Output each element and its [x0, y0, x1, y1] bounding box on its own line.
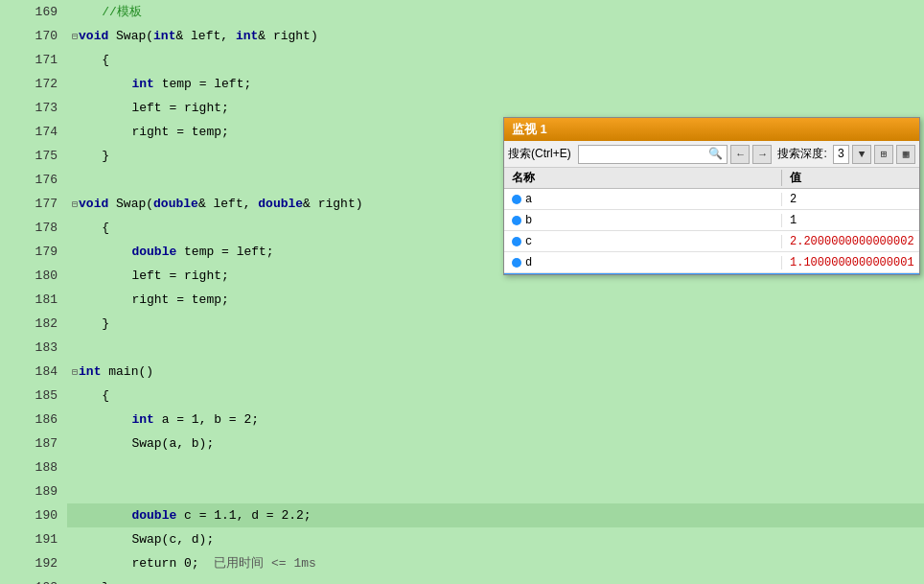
back-btn[interactable]: ←	[730, 145, 750, 164]
code-line: 172 int temp = left;	[0, 72, 924, 96]
line-number: 170	[0, 24, 67, 48]
line-number: 184	[0, 360, 67, 384]
line-number: 176	[0, 168, 67, 192]
code-line: 192 return 0; 已用时间 <= 1ms	[0, 551, 924, 575]
line-number: 191	[0, 527, 67, 551]
line-number: 185	[0, 384, 67, 408]
watch-variable-value: 2	[782, 193, 797, 206]
forward-btn[interactable]: →	[752, 145, 772, 164]
line-content: }	[67, 575, 924, 584]
watch-row[interactable]: b1	[504, 210, 919, 231]
line-content: int a = 1, b = 2;	[67, 408, 924, 432]
code-line: 183	[0, 336, 924, 360]
line-number: 169	[0, 0, 67, 24]
watch-add-row[interactable]: 添加要监视的项	[504, 273, 919, 274]
code-line: 170⊟void Swap(int& left, int& right)	[0, 24, 924, 48]
line-number: 190	[0, 503, 67, 527]
watch-row[interactable]: d1.1000000000000001	[504, 252, 919, 273]
watch-variable-name: a	[525, 193, 532, 206]
line-content: {	[67, 384, 924, 408]
watch-variable-value: 1	[782, 214, 797, 227]
code-line: 186 int a = 1, b = 2;	[0, 408, 924, 432]
watch-dot-icon	[512, 258, 521, 268]
watch-row-name-cell: a	[504, 193, 782, 206]
watch-variable-value: 2.2000000000000002	[782, 235, 914, 248]
line-number: 193	[0, 575, 67, 584]
watch-title: 监视 1	[512, 121, 547, 138]
line-number: 180	[0, 264, 67, 288]
line-content	[67, 336, 924, 360]
line-content: int temp = left;	[67, 72, 924, 96]
watch-dot-icon	[512, 237, 521, 246]
search-box[interactable]: 🔍	[578, 145, 728, 164]
line-number: 175	[0, 144, 67, 168]
line-number: 192	[0, 551, 67, 575]
line-number: 182	[0, 312, 67, 336]
code-editor: 169 //模板170⊟void Swap(int& left, int& ri…	[0, 0, 924, 584]
line-content	[67, 456, 924, 479]
code-line: 189	[0, 479, 924, 503]
col-name-header: 名称	[504, 170, 782, 186]
line-number: 187	[0, 432, 67, 456]
code-line: 188	[0, 456, 924, 479]
code-line: 184⊟int main()	[0, 360, 924, 384]
line-number: 189	[0, 479, 67, 503]
line-number: 173	[0, 96, 67, 120]
line-content: right = temp;	[67, 288, 924, 312]
watch-row[interactable]: a2	[504, 189, 919, 210]
col-value-header: 值	[782, 170, 801, 186]
depth-down-btn[interactable]: ▼	[852, 145, 871, 164]
code-line: 185 {	[0, 384, 924, 408]
watch-variable-value: 1.1000000000000001	[782, 256, 914, 269]
watch-toolbar: 搜索(Ctrl+E) 🔍 ← → 搜索深度: 3 ▼ ⊞ ▦	[504, 141, 919, 168]
line-number: 179	[0, 240, 67, 264]
watch-variable-name: c	[525, 235, 532, 248]
line-content: return 0; 已用时间 <= 1ms	[67, 551, 924, 575]
line-content: //模板	[67, 0, 924, 24]
watch-row-name-cell: c	[504, 235, 782, 248]
line-number: 177	[0, 192, 67, 216]
code-line: 191 Swap(c, d);	[0, 527, 924, 551]
code-line: 193 }	[0, 575, 924, 584]
line-number: 188	[0, 456, 67, 479]
line-number: 171	[0, 48, 67, 72]
line-content: double c = 1.1, d = 2.2;	[67, 503, 924, 527]
code-line: 187 Swap(a, b);	[0, 432, 924, 456]
watch-dot-icon	[512, 195, 521, 204]
search-input[interactable]	[583, 148, 709, 161]
watch-row-name-cell: d	[504, 256, 782, 269]
watch-title-bar: 监视 1	[504, 118, 919, 141]
watch-variable-name: d	[525, 256, 532, 269]
icon-btn-1[interactable]: ⊞	[874, 145, 893, 164]
watch-columns: 名称 值	[504, 168, 919, 189]
watch-variable-name: b	[525, 214, 532, 227]
line-number: 178	[0, 216, 67, 240]
search-icon: 🔍	[708, 147, 723, 161]
line-content: {	[67, 48, 924, 72]
code-line: 171 {	[0, 48, 924, 72]
code-lines: 169 //模板170⊟void Swap(int& left, int& ri…	[0, 0, 924, 584]
line-content: ⊟void Swap(int& left, int& right)	[67, 24, 924, 48]
line-content: Swap(a, b);	[67, 432, 924, 456]
search-label: 搜索(Ctrl+E)	[508, 146, 571, 162]
code-line: 181 right = temp;	[0, 288, 924, 312]
line-number: 186	[0, 408, 67, 432]
line-content: Swap(c, d);	[67, 527, 924, 551]
line-content: ⊟int main()	[67, 360, 924, 384]
line-number: 174	[0, 120, 67, 144]
code-line: 182 }	[0, 312, 924, 336]
line-number: 172	[0, 72, 67, 96]
watch-rows: a2b1c2.2000000000000002d1.10000000000000…	[504, 189, 919, 274]
line-number: 181	[0, 288, 67, 312]
depth-value: 3	[833, 145, 849, 164]
code-line: 169 //模板	[0, 0, 924, 24]
icon-btn-2[interactable]: ▦	[896, 145, 915, 164]
watch-window[interactable]: 监视 1 搜索(Ctrl+E) 🔍 ← → 搜索深度: 3 ▼ ⊞ ▦ 名称 值…	[503, 117, 920, 275]
code-line: 190 double c = 1.1, d = 2.2;	[0, 503, 924, 527]
watch-dot-icon	[512, 216, 521, 225]
watch-row[interactable]: c2.2000000000000002	[504, 231, 919, 252]
watch-row-name-cell: b	[504, 214, 782, 227]
depth-label: 搜索深度:	[777, 146, 826, 162]
line-content	[67, 479, 924, 503]
line-number: 183	[0, 336, 67, 360]
